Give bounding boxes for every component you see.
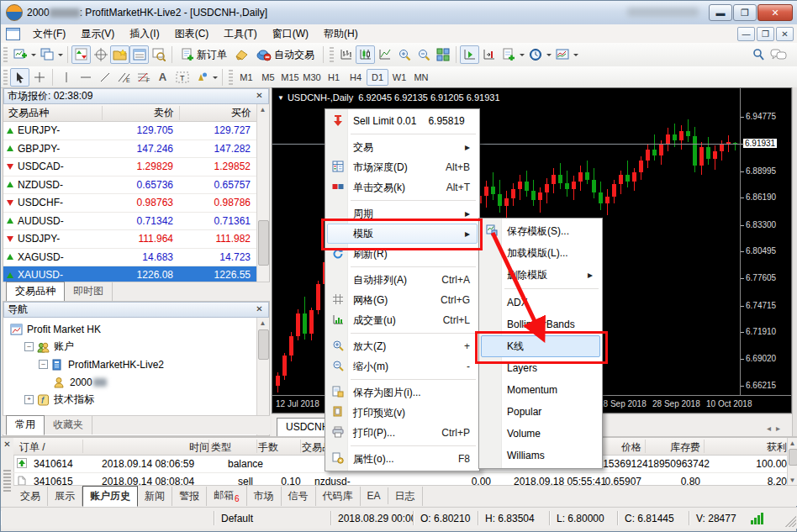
timeframe-button-m5[interactable]: M5 — [257, 69, 279, 86]
child-restore-button[interactable]: ❐ — [757, 27, 774, 41]
context-menu-item-12[interactable]: 成交量(u)Ctrl+L — [327, 310, 478, 330]
templates-dropdown[interactable] — [573, 54, 578, 59]
toolbar-grip[interactable] — [3, 70, 8, 85]
market-watch-tab-0[interactable]: 交易品种 — [6, 282, 65, 302]
toolbar-grip[interactable] — [330, 47, 334, 62]
auto-trading-button[interactable]: 自动交易 — [251, 45, 319, 64]
navigator-tab-0[interactable]: 常用 — [6, 415, 45, 435]
chart-window-icon[interactable] — [6, 28, 20, 40]
close-icon[interactable]: ✕ — [2, 440, 13, 450]
new-chart-button[interactable] — [10, 45, 29, 64]
template-submenu-item-11[interactable]: Williams — [481, 445, 600, 466]
fibonacci-button[interactable]: F — [134, 68, 153, 87]
market-watch-header[interactable]: 市场报价: 02:38:09 ✕ — [3, 88, 269, 104]
menubar-item-4[interactable]: 工具(T) — [216, 25, 264, 43]
cursor-button[interactable] — [10, 68, 29, 87]
new-order-button[interactable]: 新订单 — [176, 45, 232, 64]
terminal-grip[interactable] — [3, 470, 11, 493]
market-watch-row-xagusd[interactable]: XAGUSD-14.68314.723 — [3, 249, 257, 267]
market-watch-toggle[interactable] — [71, 45, 91, 64]
timeframe-button-h1[interactable]: H1 — [323, 69, 345, 86]
expand-icon[interactable]: + — [24, 395, 34, 404]
terminal-tab-2[interactable]: 账户历史 — [82, 486, 138, 507]
context-menu-item-18[interactable]: 打印预览(v) — [327, 403, 478, 423]
profiles-dropdown[interactable] — [58, 54, 63, 59]
tile-windows-button[interactable] — [433, 45, 452, 64]
periods-dropdown[interactable] — [546, 54, 552, 59]
navigator-item-4[interactable]: +f技术指标 — [5, 391, 256, 408]
menubar-item-3[interactable]: 图表(C) — [167, 25, 217, 43]
indicators-dropdown[interactable] — [520, 54, 525, 59]
bar-chart-button[interactable] — [336, 45, 356, 64]
context-menu-item-0[interactable]: Sell Limit 0.016.95819 — [327, 111, 478, 131]
candlestick-chart-button[interactable] — [356, 45, 375, 64]
context-menu-item-4[interactable]: 单击交易(k)Alt+T — [327, 177, 478, 198]
timeframe-button-mn[interactable]: MN — [410, 69, 432, 86]
zoom-out-button[interactable] — [414, 45, 433, 64]
column-header-0[interactable]: 订单 / — [19, 440, 45, 455]
indicators-button[interactable] — [499, 45, 518, 64]
column-header-0[interactable]: 交易品种 — [3, 106, 103, 120]
child-minimize-button[interactable]: — — [737, 27, 755, 41]
context-menu-item-3[interactable]: 市场深度(D)Alt+B — [327, 157, 478, 177]
timeframe-button-h4[interactable]: H4 — [345, 69, 367, 86]
market-watch-row-usdchf[interactable]: USDCHF-0.987630.98786 — [3, 194, 257, 213]
template-submenu-item-1[interactable]: 加载模版(L)... — [481, 242, 600, 264]
data-window-toggle[interactable] — [91, 45, 110, 64]
terminal-tab-4[interactable]: 警报 — [172, 487, 207, 506]
template-submenu-item-4[interactable]: ADX — [481, 292, 600, 313]
context-menu-item-21[interactable]: 属性(o)...F8 — [327, 449, 478, 469]
terminal-tab-7[interactable]: 信号 — [282, 487, 316, 506]
market-watch-row-gbpjpy[interactable]: GBPJPY-147.246147.282 — [3, 140, 257, 159]
history-row-1[interactable]: 34106152018.09.14 08:08:04sell0.10nzdusd… — [13, 472, 788, 486]
terminal-tab-5[interactable]: 邮箱6 — [207, 486, 247, 505]
column-header-1[interactable]: 卖价 — [103, 106, 180, 120]
template-submenu-item-8[interactable]: Momentum — [481, 379, 600, 401]
menubar-item-6[interactable]: 帮助(H) — [316, 25, 366, 43]
zoom-in-button[interactable] — [394, 45, 414, 64]
context-menu-item-19[interactable]: 打印(P)...Ctrl+P — [327, 423, 478, 443]
periods-button[interactable] — [525, 45, 545, 64]
terminal-tab-8[interactable]: 代码库 — [316, 487, 361, 506]
navigator-item-3[interactable]: 2000 — [5, 373, 256, 391]
market-watch-scrollbar[interactable]: ▲ ▼ — [256, 104, 269, 300]
market-watch-row-usdjpy[interactable]: USDJPY-111.964111.982 — [3, 230, 257, 249]
collapse-icon[interactable]: – — [24, 342, 34, 351]
market-watch-row-eurjpy[interactable]: EURJPY-129.705129.727 — [3, 122, 257, 140]
market-watch-column-headers[interactable]: 交易品种卖价买价 — [3, 104, 257, 122]
terminal-tab-1[interactable]: 展示 — [48, 487, 82, 506]
child-close-button[interactable]: ✕ — [776, 27, 794, 41]
terminal-tab-10[interactable]: 日志 — [388, 487, 423, 506]
close-icon[interactable]: ✕ — [254, 304, 265, 315]
terminal-tab-0[interactable]: 交易 — [13, 487, 48, 506]
column-header-right-2[interactable]: 获利 — [711, 440, 787, 455]
navigator-toggle[interactable] — [110, 45, 129, 64]
status-profile[interactable]: Default — [214, 511, 330, 525]
crosshair-button[interactable] — [29, 68, 49, 87]
horizontal-line-button[interactable] — [76, 68, 95, 87]
line-chart-button[interactable] — [375, 45, 394, 64]
column-header-3[interactable]: 手数 — [258, 440, 278, 455]
chart-dropdown-icon[interactable]: ▼ — [277, 94, 284, 102]
template-submenu-item-2[interactable]: 删除模版▸ — [481, 264, 600, 286]
column-header-2[interactable]: 买价 — [180, 106, 257, 120]
search-icon[interactable] — [748, 45, 768, 64]
timeframe-button-m30[interactable]: M30 — [301, 69, 323, 86]
equidistant-channel-button[interactable]: E — [114, 68, 134, 87]
close-icon[interactable]: ✕ — [254, 91, 265, 102]
vertical-line-button[interactable] — [56, 68, 76, 87]
market-watch-row-nzdusd[interactable]: NZDUSD-0.657360.65757 — [3, 176, 257, 195]
trendline-button[interactable] — [95, 68, 114, 87]
chart-shift-button[interactable] — [479, 45, 499, 64]
new-chart-dropdown[interactable] — [31, 54, 36, 59]
context-menu-item-10[interactable]: 自动排列(A)Ctrl+A — [327, 270, 478, 290]
navigator-item-0[interactable]: Profit Market HK — [5, 320, 256, 338]
profiles-button[interactable] — [37, 45, 56, 64]
auto-scroll-button[interactable] — [460, 45, 479, 64]
context-menu-item-11[interactable]: 网格(G)Ctrl+G — [327, 290, 478, 310]
arrows-dropdown[interactable] — [213, 76, 218, 82]
navigator-tab-1[interactable]: 收藏夹 — [45, 416, 92, 435]
text-button[interactable]: A — [153, 68, 172, 87]
price-axis[interactable]: 6.947756.919316.889956.861906.833006.804… — [740, 88, 792, 395]
column-header-1[interactable]: 时间 — [189, 440, 209, 455]
